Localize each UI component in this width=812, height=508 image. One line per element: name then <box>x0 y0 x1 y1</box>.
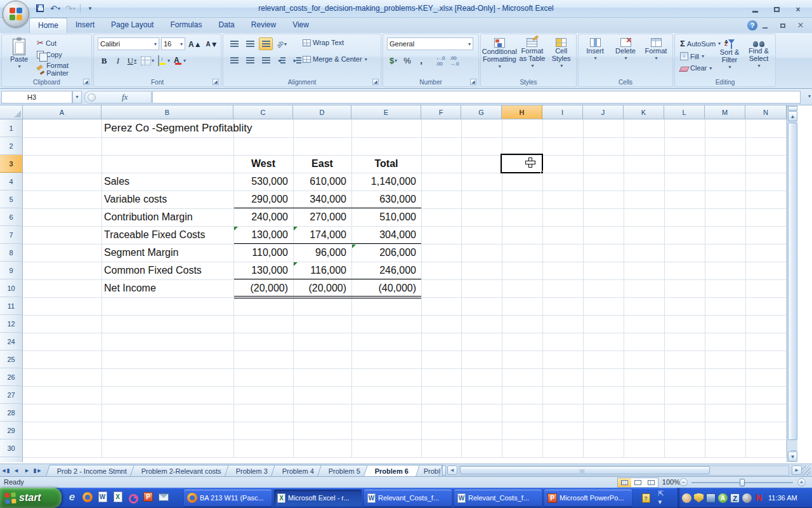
column-header-m[interactable]: M <box>705 105 745 119</box>
row-header-30[interactable]: 30 <box>0 439 23 457</box>
cell-d6[interactable]: 270,000 <box>293 208 346 226</box>
wrap-text-button[interactable]: Wrap Text <box>301 38 346 47</box>
row-header-11[interactable]: 11 <box>0 297 23 315</box>
name-box-dropdown[interactable]: ▾ <box>72 91 82 104</box>
name-box[interactable]: H3 <box>1 91 72 104</box>
next-sheet-button[interactable]: ► <box>22 465 32 476</box>
delete-cells-button[interactable]: Delete▾ <box>612 36 639 62</box>
first-sheet-button[interactable]: ◄▮ <box>0 465 11 476</box>
scroll-up-button[interactable]: ▲ <box>788 111 797 121</box>
cell-c3[interactable]: West <box>233 155 293 173</box>
cell-d8[interactable]: 96,000 <box>293 244 346 262</box>
fill-color-button[interactable]: ▾ <box>157 54 171 67</box>
cell-e8[interactable]: 206,000 <box>351 244 416 262</box>
column-header-g[interactable]: G <box>461 105 502 119</box>
bold-button[interactable]: B <box>98 54 110 67</box>
row-header-9[interactable]: 9 <box>0 262 23 279</box>
tab-split-handle[interactable] <box>442 465 446 476</box>
vertical-scroll-thumb[interactable] <box>788 123 797 440</box>
column-header-d[interactable]: D <box>293 105 351 119</box>
cell-styles-button[interactable]: Cell Styles▾ <box>549 36 574 70</box>
tray-tools-icon[interactable] <box>706 493 716 503</box>
conditional-formatting-button[interactable]: Conditional Formatting▾ <box>483 36 516 70</box>
insert-cells-button[interactable]: Insert▾ <box>582 36 608 62</box>
font-size-combo[interactable]: 16▾ <box>161 37 185 50</box>
workbook-minimize-button[interactable] <box>759 21 771 30</box>
start-button[interactable]: start <box>0 488 62 508</box>
help-button[interactable]: ? <box>747 20 757 30</box>
row-header-29[interactable]: 29 <box>0 422 23 439</box>
font-name-combo[interactable]: Calibri▾ <box>98 37 159 50</box>
number-dialog-launcher[interactable]: ◢ <box>470 79 476 85</box>
cell-c6[interactable]: 240,000 <box>233 208 288 226</box>
align-right-button[interactable] <box>259 54 273 67</box>
zoom-in-button[interactable]: + <box>797 478 806 486</box>
tray-green-a-icon[interactable]: A <box>718 493 728 503</box>
row-header-8[interactable]: 8 <box>0 244 23 262</box>
tab-page-layout[interactable]: Page Layout <box>103 18 162 33</box>
clipboard-dialog-launcher[interactable]: ◢ <box>83 79 89 85</box>
minimize-button[interactable] <box>747 4 763 14</box>
align-middle-button[interactable] <box>243 37 257 50</box>
format-as-table-button[interactable]: Format as Table▾ <box>518 36 547 70</box>
normal-view-button[interactable] <box>618 478 631 487</box>
zoom-out-button[interactable]: − <box>679 478 688 486</box>
fx-icon[interactable]: fx <box>122 92 128 102</box>
increase-decimal-button[interactable]: ←.0.00 <box>434 54 447 67</box>
cell-e7[interactable]: 304,000 <box>351 226 416 244</box>
row-header-7[interactable]: 7 <box>0 226 23 244</box>
number-format-combo[interactable]: General▾ <box>387 37 473 50</box>
row-header-10[interactable]: 10 <box>0 279 23 297</box>
tab-data[interactable]: Data <box>210 18 242 33</box>
tab-formulas[interactable]: Formulas <box>162 18 210 33</box>
percent-style-button[interactable]: % <box>401 54 414 67</box>
cell-d10[interactable]: (20,000) <box>293 279 346 297</box>
tab-home[interactable]: Home <box>29 18 67 33</box>
align-left-button[interactable] <box>227 54 241 67</box>
selected-cell-h3[interactable] <box>501 154 543 173</box>
font-color-button[interactable]: A▾ <box>173 54 187 67</box>
row-header-26[interactable]: 26 <box>0 368 23 386</box>
formula-input[interactable] <box>152 91 801 104</box>
column-header-b[interactable]: B <box>102 105 233 119</box>
cell-e10[interactable]: (40,000) <box>351 279 416 297</box>
last-sheet-button[interactable]: ▮► <box>32 465 43 476</box>
cell-d9[interactable]: 116,000 <box>293 262 346 279</box>
row-header-12[interactable]: 12 <box>0 315 23 333</box>
tab-insert[interactable]: Insert <box>67 18 103 33</box>
firefox-icon[interactable] <box>81 490 93 504</box>
column-header-j[interactable]: J <box>583 105 624 119</box>
cell-c9[interactable]: 130,000 <box>233 262 288 279</box>
key-icon[interactable] <box>127 490 139 504</box>
task-firefox-ba213[interactable]: BA 213 W11 (Pasc... <box>184 490 272 506</box>
format-painter-button[interactable]: Format Painter <box>35 61 91 77</box>
cell-d5[interactable]: 340,000 <box>293 190 346 208</box>
cell-b5[interactable]: Variable costs <box>104 190 167 208</box>
column-header-l[interactable]: L <box>664 105 705 119</box>
task-word-relevant-costs-2[interactable]: W Relevant_Costs_f... <box>454 490 542 506</box>
sheet-tab-problem2-relevant[interactable]: Problem 2-Relevant costs <box>130 465 233 476</box>
row-header-24[interactable]: 24 <box>0 333 23 351</box>
cell-b1-title[interactable]: Perez Co -Segment Profitablity <box>104 119 252 137</box>
merge-center-button[interactable]: Merge & Center▾ <box>301 55 369 64</box>
column-header-a[interactable]: A <box>23 105 102 119</box>
cell-c5[interactable]: 290,000 <box>233 190 288 208</box>
row-header-28[interactable]: 28 <box>0 404 23 422</box>
hscroll-right-button[interactable]: ► <box>792 465 802 475</box>
vertical-split-handle[interactable] <box>788 106 797 110</box>
row-header-27[interactable]: 27 <box>0 386 23 404</box>
align-top-button[interactable] <box>227 37 241 50</box>
prev-sheet-button[interactable]: ◄ <box>11 465 22 476</box>
zoom-level[interactable]: 100% <box>662 478 680 486</box>
restore-button[interactable] <box>769 4 784 14</box>
insert-function-circle[interactable] <box>88 93 96 102</box>
tray-agent-icon[interactable] <box>682 493 691 503</box>
cell-b8[interactable]: Segment Margin <box>104 244 178 262</box>
find-select-button[interactable]: Find & Select▾ <box>745 36 773 71</box>
cell-e9[interactable]: 246,000 <box>351 262 416 279</box>
cell-c4[interactable]: 530,000 <box>233 173 288 190</box>
page-break-view-button[interactable] <box>645 478 658 487</box>
cell-e5[interactable]: 630,000 <box>351 190 416 208</box>
expand-formula-bar-button[interactable]: ▾ <box>808 93 811 99</box>
align-bottom-button[interactable] <box>259 37 273 50</box>
